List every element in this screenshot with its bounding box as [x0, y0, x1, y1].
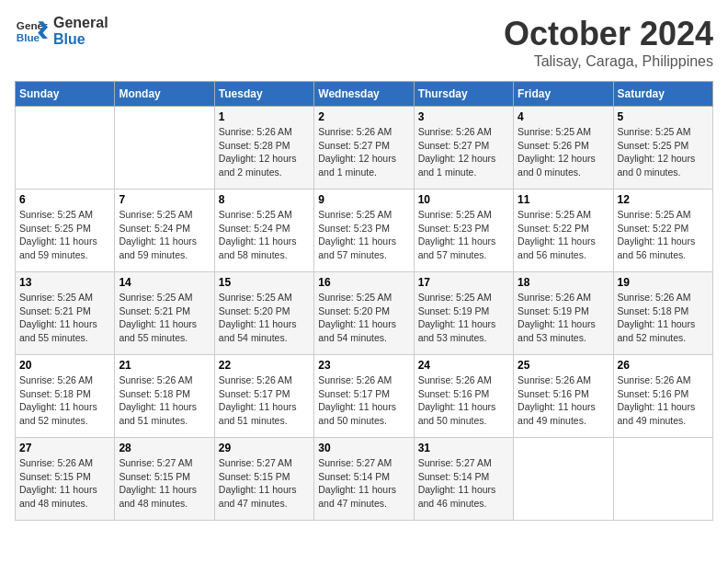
day-number: 15	[219, 276, 310, 289]
day-number: 2	[318, 110, 409, 123]
day-number: 27	[19, 442, 110, 454]
day-number: 20	[19, 359, 110, 372]
calendar-cell: 16Sunrise: 5:25 AMSunset: 5:20 PMDayligh…	[314, 272, 414, 355]
day-number: 6	[19, 193, 110, 206]
calendar-cell: 17Sunrise: 5:25 AMSunset: 5:19 PMDayligh…	[414, 272, 513, 355]
day-number: 9	[318, 193, 409, 206]
day-info: Sunrise: 5:25 AMSunset: 5:21 PMDaylight:…	[19, 291, 110, 345]
calendar-cell: 13Sunrise: 5:25 AMSunset: 5:21 PMDayligh…	[16, 272, 115, 355]
logo-blue: Blue	[53, 31, 108, 48]
day-info: Sunrise: 5:25 AMSunset: 5:24 PMDaylight:…	[219, 208, 310, 262]
day-info: Sunrise: 5:27 AMSunset: 5:14 PMDaylight:…	[418, 456, 509, 511]
day-info: Sunrise: 5:25 AMSunset: 5:25 PMDaylight:…	[618, 125, 709, 179]
day-info: Sunrise: 5:26 AMSunset: 5:27 PMDaylight:…	[418, 125, 509, 179]
day-info: Sunrise: 5:26 AMSunset: 5:19 PMDaylight:…	[518, 291, 609, 345]
calendar-cell: 21Sunrise: 5:26 AMSunset: 5:18 PMDayligh…	[115, 355, 214, 438]
day-number: 24	[418, 359, 509, 372]
location-subtitle: Talisay, Caraga, Philippines	[504, 53, 713, 70]
page-header: General Blue General Blue October 2024 T…	[15, 15, 713, 70]
day-info: Sunrise: 5:26 AMSunset: 5:18 PMDaylight:…	[19, 373, 110, 428]
day-number: 16	[318, 276, 409, 289]
weekday-header-friday: Friday	[514, 82, 613, 107]
weekday-header-monday: Monday	[115, 82, 214, 107]
day-info: Sunrise: 5:27 AMSunset: 5:15 PMDaylight:…	[219, 456, 310, 511]
title-block: October 2024 Talisay, Caraga, Philippine…	[504, 15, 713, 70]
calendar-cell: 4Sunrise: 5:25 AMSunset: 5:26 PMDaylight…	[514, 107, 613, 190]
day-info: Sunrise: 5:25 AMSunset: 5:25 PMDaylight:…	[19, 208, 110, 262]
day-number: 29	[219, 442, 310, 454]
day-info: Sunrise: 5:26 AMSunset: 5:27 PMDaylight:…	[318, 125, 409, 179]
calendar-cell: 30Sunrise: 5:27 AMSunset: 5:14 PMDayligh…	[314, 438, 414, 521]
day-info: Sunrise: 5:25 AMSunset: 5:22 PMDaylight:…	[618, 208, 709, 262]
day-info: Sunrise: 5:27 AMSunset: 5:14 PMDaylight:…	[318, 456, 409, 511]
day-info: Sunrise: 5:25 AMSunset: 5:23 PMDaylight:…	[318, 208, 409, 262]
day-number: 11	[518, 193, 609, 206]
day-info: Sunrise: 5:25 AMSunset: 5:19 PMDaylight:…	[418, 291, 509, 345]
day-info: Sunrise: 5:27 AMSunset: 5:15 PMDaylight:…	[119, 456, 210, 511]
day-info: Sunrise: 5:26 AMSunset: 5:18 PMDaylight:…	[618, 291, 709, 345]
calendar-cell	[514, 438, 613, 521]
day-number: 3	[418, 110, 509, 123]
day-number: 23	[318, 359, 409, 372]
calendar-cell	[613, 438, 712, 521]
svg-text:Blue: Blue	[17, 31, 40, 43]
day-number: 14	[119, 276, 210, 289]
calendar-cell: 6Sunrise: 5:25 AMSunset: 5:25 PMDaylight…	[16, 190, 115, 272]
weekday-header-saturday: Saturday	[613, 82, 712, 107]
day-info: Sunrise: 5:25 AMSunset: 5:26 PMDaylight:…	[518, 125, 609, 179]
calendar-table: SundayMondayTuesdayWednesdayThursdayFrid…	[15, 81, 713, 521]
calendar-cell	[16, 107, 115, 190]
day-number: 26	[618, 359, 709, 372]
calendar-cell: 9Sunrise: 5:25 AMSunset: 5:23 PMDaylight…	[314, 190, 414, 272]
day-number: 12	[618, 193, 709, 206]
calendar-cell: 11Sunrise: 5:25 AMSunset: 5:22 PMDayligh…	[514, 190, 613, 272]
calendar-cell: 23Sunrise: 5:26 AMSunset: 5:17 PMDayligh…	[314, 355, 414, 438]
calendar-cell: 27Sunrise: 5:26 AMSunset: 5:15 PMDayligh…	[16, 438, 115, 521]
logo-general: General	[53, 15, 108, 31]
calendar-cell: 10Sunrise: 5:25 AMSunset: 5:23 PMDayligh…	[414, 190, 513, 272]
day-number: 5	[618, 110, 709, 123]
calendar-cell: 25Sunrise: 5:26 AMSunset: 5:16 PMDayligh…	[514, 355, 613, 438]
day-number: 10	[418, 193, 509, 206]
calendar-cell: 14Sunrise: 5:25 AMSunset: 5:21 PMDayligh…	[115, 272, 214, 355]
day-info: Sunrise: 5:25 AMSunset: 5:23 PMDaylight:…	[418, 208, 509, 262]
day-number: 28	[119, 442, 210, 454]
day-number: 7	[119, 193, 210, 206]
day-info: Sunrise: 5:25 AMSunset: 5:20 PMDaylight:…	[219, 291, 310, 345]
calendar-cell: 26Sunrise: 5:26 AMSunset: 5:16 PMDayligh…	[613, 355, 712, 438]
day-number: 31	[418, 442, 509, 454]
calendar-cell: 29Sunrise: 5:27 AMSunset: 5:15 PMDayligh…	[214, 438, 313, 521]
calendar-cell: 22Sunrise: 5:26 AMSunset: 5:17 PMDayligh…	[214, 355, 313, 438]
calendar-cell: 28Sunrise: 5:27 AMSunset: 5:15 PMDayligh…	[115, 438, 214, 521]
day-number: 30	[318, 442, 409, 454]
day-number: 8	[219, 193, 310, 206]
weekday-header-tuesday: Tuesday	[214, 82, 313, 107]
day-number: 19	[618, 276, 709, 289]
calendar-cell: 19Sunrise: 5:26 AMSunset: 5:18 PMDayligh…	[613, 272, 712, 355]
day-number: 4	[518, 110, 609, 123]
calendar-cell: 24Sunrise: 5:26 AMSunset: 5:16 PMDayligh…	[414, 355, 513, 438]
weekday-header-wednesday: Wednesday	[314, 82, 414, 107]
calendar-cell: 3Sunrise: 5:26 AMSunset: 5:27 PMDaylight…	[414, 107, 513, 190]
day-number: 13	[19, 276, 110, 289]
weekday-header-sunday: Sunday	[16, 82, 115, 107]
calendar-cell: 7Sunrise: 5:25 AMSunset: 5:24 PMDaylight…	[115, 190, 214, 272]
calendar-cell: 18Sunrise: 5:26 AMSunset: 5:19 PMDayligh…	[514, 272, 613, 355]
logo-icon: General Blue	[15, 15, 48, 48]
day-info: Sunrise: 5:26 AMSunset: 5:16 PMDaylight:…	[618, 373, 709, 428]
day-info: Sunrise: 5:26 AMSunset: 5:18 PMDaylight:…	[119, 373, 210, 428]
day-info: Sunrise: 5:26 AMSunset: 5:17 PMDaylight:…	[219, 373, 310, 428]
day-info: Sunrise: 5:25 AMSunset: 5:21 PMDaylight:…	[119, 291, 210, 345]
day-number: 1	[219, 110, 310, 123]
day-number: 17	[418, 276, 509, 289]
logo: General Blue General Blue	[15, 15, 108, 48]
day-number: 18	[518, 276, 609, 289]
calendar-cell: 12Sunrise: 5:25 AMSunset: 5:22 PMDayligh…	[613, 190, 712, 272]
day-number: 21	[119, 359, 210, 372]
day-info: Sunrise: 5:26 AMSunset: 5:15 PMDaylight:…	[19, 456, 110, 511]
day-info: Sunrise: 5:25 AMSunset: 5:24 PMDaylight:…	[119, 208, 210, 262]
weekday-header-thursday: Thursday	[414, 82, 513, 107]
calendar-cell: 2Sunrise: 5:26 AMSunset: 5:27 PMDaylight…	[314, 107, 414, 190]
calendar-cell: 15Sunrise: 5:25 AMSunset: 5:20 PMDayligh…	[214, 272, 313, 355]
calendar-cell: 20Sunrise: 5:26 AMSunset: 5:18 PMDayligh…	[16, 355, 115, 438]
